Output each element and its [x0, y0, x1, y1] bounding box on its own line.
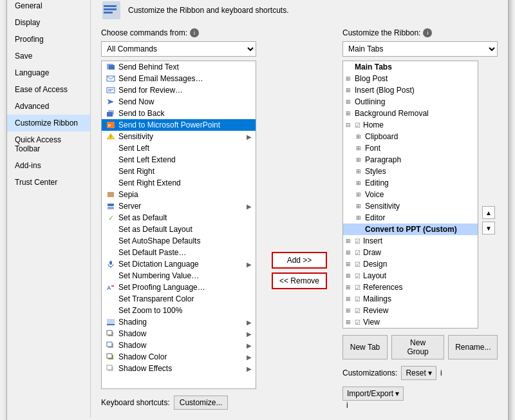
scroll-up-button[interactable]: ▲ [482, 206, 495, 219]
list-item[interactable]: Shadow Effects ▶ [102, 363, 256, 374]
tree-item-references[interactable]: ⊞ ☑ References [343, 282, 478, 293]
svg-marker-8 [108, 99, 114, 104]
tree-item-view[interactable]: ⊞ ☑ View [343, 316, 478, 328]
expand-icon: ⊞ [346, 249, 353, 256]
svg-text:!: ! [110, 135, 111, 139]
tree-item-styles[interactable]: ⊞ Styles [343, 166, 478, 177]
sidebar-item-ease-of-access[interactable]: Ease of Access [7, 81, 90, 98]
svg-rect-30 [107, 365, 112, 370]
tree-item-blog-post[interactable]: ⊞ Blog Post [343, 73, 478, 84]
list-item[interactable]: Shadow Color ▶ [102, 351, 256, 363]
add-button[interactable]: Add >> [272, 252, 327, 269]
list-item[interactable]: Send Email Messages… [102, 73, 256, 84]
expand-icon: ⊞ [356, 168, 364, 175]
sidebar-item-display[interactable]: Display [7, 14, 90, 31]
tree-item-paragraph[interactable]: ⊞ Paragraph [343, 154, 478, 166]
tree-item-layout[interactable]: ⊞ ☑ Layout [343, 270, 478, 282]
tree-item-bg-removal[interactable]: ⊞ Background Removal [343, 108, 478, 119]
list-item[interactable]: Set Dictation Language ▶ [102, 258, 256, 270]
tree-item-insert[interactable]: ⊞ ☑ Insert [343, 235, 478, 247]
remove-button[interactable]: << Remove [272, 272, 327, 289]
list-item[interactable]: Sent Right [102, 166, 256, 177]
sidebar-item-language[interactable]: Language [7, 64, 90, 81]
customize-ribbon-icon [101, 0, 122, 21]
list-item[interactable]: Set Numbering Value… [102, 270, 256, 282]
list-item[interactable]: Sent Left Extend [102, 154, 256, 166]
scroll-buttons: ▲ ▼ [480, 112, 498, 329]
sidebar-item-customize-ribbon[interactable]: Customize Ribbon [7, 115, 90, 131]
list-item[interactable]: Shadow ▶ [102, 339, 256, 351]
list-item-send-to-ppt[interactable]: P Send to Microsoft PowerPoint [102, 119, 256, 131]
new-tab-button[interactable]: New Tab [342, 335, 388, 359]
new-group-button[interactable]: New Group [391, 335, 444, 359]
tree-item-home[interactable]: ⊟ ☑ Home [343, 119, 478, 131]
sidebar-item-save[interactable]: Save [7, 48, 90, 64]
sidebar-item-add-ins[interactable]: Add-ins [7, 157, 90, 174]
tree-item-insert-blog[interactable]: ⊞ Insert (Blog Post) [343, 84, 478, 96]
list-item[interactable]: Sepia [102, 189, 256, 200]
list-item[interactable]: Set Zoom to 100% [102, 305, 256, 316]
import-export-info-icon[interactable]: i [346, 401, 348, 410]
list-item[interactable]: Shading ▶ [102, 316, 256, 328]
ribbon-bottom-buttons: New Tab New Group Rename... [342, 335, 498, 359]
svg-rect-26 [107, 342, 112, 347]
tree-item-sensitivity[interactable]: ⊞ Sensitivity [343, 200, 478, 212]
sidebar-item-quick-access-toolbar[interactable]: Quick Access Toolbar [7, 131, 90, 157]
keyboard-customize-button[interactable]: Customize... [174, 396, 229, 410]
right-panel: Customize the Ribbon: i Main Tabs Tool T… [342, 28, 498, 410]
list-item[interactable]: Send to Back [102, 108, 256, 119]
ribbon-dropdown[interactable]: Main Tabs Tool Tabs All Tabs [342, 41, 498, 57]
arrow-icon: ▶ [247, 330, 252, 338]
list-item[interactable]: Send Behind Text [102, 61, 256, 73]
tree-item-clipboard[interactable]: ⊞ Clipboard [343, 131, 478, 142]
tree-item-draw[interactable]: ⊞ ☑ Draw [343, 247, 478, 258]
tree-item-editor[interactable]: ⊞ Editor [343, 212, 478, 224]
rename-button[interactable]: Rename... [448, 335, 498, 359]
checkbox-design: ☑ [355, 261, 360, 268]
reset-info-icon[interactable]: i [440, 368, 442, 377]
tree-item-main-tabs[interactable]: Main Tabs [343, 61, 478, 73]
tree-item-review[interactable]: ⊞ ☑ Review [343, 305, 478, 316]
tree-item-convert-ppt[interactable]: Convert to PPT (Custom) [343, 224, 478, 235]
shadow2-icon [106, 341, 116, 349]
import-export-button[interactable]: Import/Export ▾ [342, 387, 404, 401]
list-item[interactable]: Send for Review… [102, 84, 256, 96]
list-item[interactable]: Set Default Paste… [102, 247, 256, 258]
list-item[interactable]: Set Transparent Color [102, 293, 256, 305]
sidebar-item-general[interactable]: General [7, 0, 90, 14]
right-panel-info-icon[interactable]: i [423, 28, 432, 37]
proofing-icon: A [106, 283, 116, 291]
list-item[interactable]: Sent Left [102, 142, 256, 154]
scroll-down-button[interactable]: ▼ [482, 222, 495, 234]
list-item[interactable]: Shadow ▶ [102, 328, 256, 339]
tree-item-voice[interactable]: ⊞ Voice [343, 189, 478, 200]
list-item[interactable]: Server ▶ [102, 200, 256, 212]
checkbox-references: ☑ [355, 284, 360, 291]
tree-item-font[interactable]: ⊞ Font [343, 142, 478, 154]
sidebar-item-advanced[interactable]: Advanced [7, 98, 90, 115]
list-item[interactable]: Set as Default Layout [102, 224, 256, 235]
reset-button[interactable]: Reset ▾ [401, 366, 436, 380]
customizations-row: Customizations: Reset ▾ i [342, 366, 498, 380]
commands-from-dropdown[interactable]: All Commands Popular Commands Commands N… [101, 41, 256, 57]
list-item[interactable]: Sent Right Extend [102, 177, 256, 189]
expand-icon: ⊞ [356, 191, 364, 198]
sidebar-item-proofing[interactable]: Proofing [7, 31, 90, 48]
checkbox-home: ☑ [355, 122, 360, 129]
list-item[interactable]: A Set Proofing Language… [102, 282, 256, 293]
tree-item-editing[interactable]: ⊞ Editing [343, 177, 478, 189]
list-item[interactable]: Send Now [102, 96, 256, 108]
sidebar-item-trust-center[interactable]: Trust Center [7, 174, 90, 191]
tree-item-mailings[interactable]: ⊞ ☑ Mailings [343, 293, 478, 305]
svg-rect-22 [107, 324, 115, 325]
send-review-icon [106, 86, 116, 94]
left-panel-info-icon[interactable]: i [190, 28, 199, 37]
list-item[interactable]: Set AutoShape Defaults [102, 235, 256, 247]
tree-item-outlining[interactable]: ⊞ Outlining [343, 96, 478, 108]
expand-icon: ⊞ [356, 180, 364, 186]
list-item[interactable]: ✓ Set as Default [102, 212, 256, 224]
shading-icon [106, 318, 116, 326]
tree-item-design[interactable]: ⊞ ☑ Design [343, 258, 478, 270]
left-panel: Choose commands from: i All Commands Pop… [101, 28, 256, 410]
list-item[interactable]: ! Sensitivity ▶ [102, 131, 256, 142]
